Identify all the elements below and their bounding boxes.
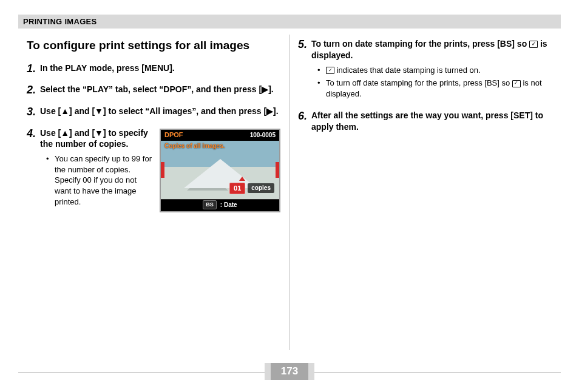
step-4: 4. Use [▲] and [▼] to specify the number… bbox=[27, 127, 280, 212]
step-3: 3. Use [▲] and [▼] to select “All images… bbox=[27, 106, 280, 119]
bullet-text: To turn off date stamping for the prints… bbox=[326, 78, 512, 87]
step-5: 5. To turn on date stamping for the prin… bbox=[298, 38, 552, 101]
date-stamp-icon: ✓ bbox=[512, 80, 521, 87]
step-text: In the PLAY mode, press [MENU]. bbox=[40, 63, 280, 74]
step4-bullets: You can specify up to 99 for the number … bbox=[40, 154, 154, 207]
step-number: 4. bbox=[27, 127, 40, 141]
step-number: 6. bbox=[298, 110, 311, 123]
step-2: 2. Select the “PLAY” tab, select “DPOF”,… bbox=[27, 84, 280, 97]
step-text-part: To turn on date stamping for the prints,… bbox=[311, 39, 529, 49]
bullet-item: You can specify up to 99 for the number … bbox=[49, 154, 154, 207]
bullet-item: ✓ indicates that date stamping is turned… bbox=[320, 65, 552, 76]
step-number: 3. bbox=[27, 106, 40, 119]
copies-label: copies bbox=[248, 183, 274, 193]
step-1: 1. In the PLAY mode, press [MENU]. bbox=[27, 63, 280, 76]
camera-bottom-bar: BS : Date bbox=[161, 199, 279, 211]
step-number: 5. bbox=[298, 38, 311, 52]
camera-preview: Copies of all images. 01 copies bbox=[161, 141, 279, 199]
page-number: 173 bbox=[265, 363, 314, 380]
step-body: Use [▲] and [▼] to specify the number of… bbox=[40, 127, 280, 212]
section-header: PRINTING IMAGES bbox=[18, 15, 561, 29]
manual-page: PRINTING IMAGES To configure print setti… bbox=[0, 0, 579, 392]
step-text: Select the “PLAY” tab, select “DPOF”, an… bbox=[40, 84, 280, 95]
step-text: After all the settings are the way you w… bbox=[311, 110, 552, 133]
bullet-text: indicates that date stamping is turned o… bbox=[337, 66, 481, 75]
page-footer: 173 bbox=[18, 363, 561, 381]
camera-mode-label: DPOF bbox=[164, 130, 183, 140]
step5-bullets: ✓ indicates that date stamping is turned… bbox=[311, 65, 552, 100]
step-text: Use [▲] and [▼] to specify the number of… bbox=[40, 128, 148, 149]
right-tab-icon bbox=[276, 162, 279, 178]
section-title: PRINTING IMAGES bbox=[23, 17, 97, 26]
date-stamp-icon: ✓ bbox=[326, 67, 334, 74]
copies-value: 01 bbox=[229, 183, 245, 194]
left-column: To configure print settings for all imag… bbox=[18, 35, 290, 350]
step4-text-block: Use [▲] and [▼] to specify the number of… bbox=[40, 127, 154, 210]
step-6: 6. After all the settings are the way yo… bbox=[298, 110, 552, 133]
step-number: 1. bbox=[27, 63, 40, 76]
camera-screen-illustration: DPOF 100-0005 Copies of all images. bbox=[160, 129, 280, 212]
page-subtitle: To configure print settings for all imag… bbox=[27, 38, 280, 53]
copies-indicator: 01 copies bbox=[229, 183, 274, 194]
content-columns: To configure print settings for all imag… bbox=[18, 35, 561, 350]
camera-top-bar: DPOF 100-0005 bbox=[161, 130, 279, 141]
bullet-item: To turn off date stamping for the prints… bbox=[320, 78, 552, 99]
camera-file-counter: 100-0005 bbox=[250, 131, 276, 140]
step-body: To turn on date stamping for the prints,… bbox=[311, 38, 552, 101]
bs-key-label: BS bbox=[203, 200, 217, 209]
camera-caption: Copies of all images. bbox=[164, 142, 225, 150]
arrow-up-icon bbox=[239, 177, 245, 181]
step-number: 2. bbox=[27, 84, 40, 97]
left-tab-icon bbox=[161, 162, 164, 178]
date-stamp-icon: ✓ bbox=[529, 41, 538, 48]
camera-bottom-label: : Date bbox=[220, 201, 237, 209]
step-text: Use [▲] and [▼] to select “All images”, … bbox=[40, 106, 280, 117]
right-column: 5. To turn on date stamping for the prin… bbox=[290, 35, 561, 350]
